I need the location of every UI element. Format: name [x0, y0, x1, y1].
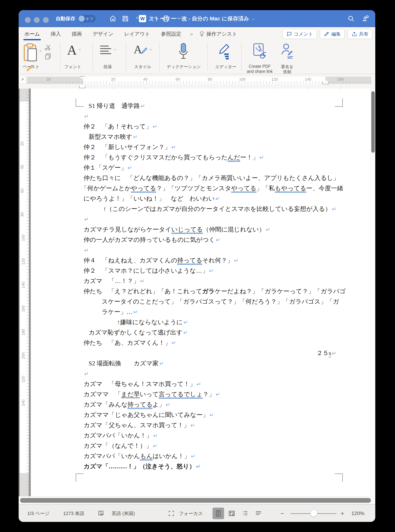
styles-chevron-icon[interactable]: ⌄ — [149, 47, 152, 51]
hanging-indent-marker[interactable] — [79, 84, 85, 88]
focus-mode-icon[interactable] — [168, 505, 175, 522]
document-text[interactable]: S1 帰り道 通学路↵↵仲２ 「あ！それって」↵新型スマホ映す↵仲２ 「新しいサ… — [31, 89, 371, 472]
doc-line: S2 場面転換 カズマ家↵ — [89, 358, 336, 368]
tab-assist[interactable]: 操作アシスト — [199, 31, 237, 38]
horizontal-ruler[interactable]: 2020406080100120140160 — [27, 77, 371, 84]
title-chevron-icon[interactable]: ⌄ — [252, 16, 255, 21]
paragraph-mark-icon: ↵ — [152, 124, 157, 130]
doc-line: 仲たち 「あ、カズマくん！」↵ — [83, 338, 336, 348]
paragraph-icon[interactable] — [99, 45, 112, 56]
vertical-ruler[interactable]: 20406080100120140160180200220240 — [20, 89, 29, 504]
doc-line: 仲の一人がカズマの持っているものに気がつく↵ — [83, 235, 336, 245]
zoom-percentage[interactable]: 120% — [351, 505, 364, 522]
doc-text-segment: カズマ「………！」（泣きそう、怒り） — [83, 463, 195, 470]
comments-button[interactable]: コメント — [282, 29, 317, 39]
outline-view-button[interactable] — [239, 508, 251, 519]
tab-4[interactable]: レイアウト — [124, 29, 150, 39]
minimize-window-button[interactable] — [34, 17, 40, 23]
tab-1[interactable]: 挿入 — [50, 29, 61, 39]
word-count[interactable]: 1273 単語 — [63, 505, 84, 522]
doc-line: にやろうよ！」「いいね！」 など わいわい↵ — [83, 193, 336, 204]
paragraph-mark-icon: ↵ — [171, 340, 176, 346]
vertical-scrollbar-thumb[interactable] — [371, 91, 375, 153]
dictation-icon[interactable] — [178, 43, 189, 60]
vruler-number: 100 — [21, 235, 26, 241]
hruler-number: 20 — [111, 77, 115, 82]
language-indicator[interactable]: 英語 (米国) — [112, 505, 135, 522]
home-icon[interactable] — [109, 15, 116, 22]
doc-text-segment: 新型スマホ映す — [89, 133, 132, 140]
editor-icon[interactable] — [219, 43, 231, 61]
page-indicator[interactable]: 1/3 ページ — [27, 505, 49, 522]
close-window-button[interactable] — [25, 17, 31, 23]
paste-label: ペースト — [23, 64, 39, 70]
undo-menu-chevron-icon[interactable]: ⌄ — [143, 17, 148, 24]
doc-text-segment: ↑嫌味にならないように — [117, 319, 183, 325]
tab-0[interactable]: ホーム — [24, 29, 40, 39]
undo-icon[interactable] — [135, 15, 143, 22]
hruler-number: 140 — [305, 77, 312, 82]
focus-mode-label[interactable]: フォーカス — [179, 505, 203, 522]
doc-line: 「何かゲームとかやってる？」「ツブツブとモンスタやってる」「私もやってるー、今度… — [81, 183, 336, 193]
tab-overflow-chevron-icon[interactable]: » — [190, 31, 193, 37]
copy-icon[interactable] — [44, 53, 52, 60]
horizontal-scrollbar[interactable] — [19, 496, 375, 504]
group-divider — [60, 42, 60, 71]
vruler-number: 60 — [20, 188, 25, 193]
paragraph-mark-icon: ↵ — [215, 237, 220, 243]
doc-text-segment: 仲２ 「新しいサイフォン？」 — [83, 144, 171, 150]
crop-mark-bottom-left — [76, 473, 83, 482]
paragraph-chevron-icon[interactable]: ⌄ — [113, 47, 116, 51]
tab-3[interactable]: デザイン — [92, 29, 114, 39]
presence-share-icon[interactable] — [362, 15, 369, 22]
draft-view-button[interactable] — [253, 508, 264, 519]
doc-line: 仲１「スゲー」↵ — [83, 162, 336, 173]
doc-line: カズマパパ「いかんもんはいかん！」↵ — [83, 451, 336, 461]
doc-text-segment: カズマ「（なんで！）」 — [83, 442, 152, 449]
toggle-knob — [78, 16, 85, 22]
zoom-in-button[interactable]: + — [340, 505, 344, 522]
styles-brush-icon — [140, 47, 148, 55]
doc-text-segment: 持ってる — [127, 401, 153, 409]
proofing-status-icon[interactable] — [98, 505, 104, 522]
redo-icon[interactable] — [150, 15, 157, 22]
request-signature-icon[interactable] — [280, 43, 293, 60]
tab-assist-label: 操作アシスト — [206, 31, 237, 38]
paragraph-mark-icon: ↵ — [132, 134, 137, 140]
print-icon[interactable] — [162, 15, 170, 22]
share-button[interactable]: 共有 — [347, 29, 372, 39]
paste-chevron-icon[interactable]: ⌄ — [39, 48, 42, 52]
ruler-ticks — [27, 81, 371, 83]
cut-icon[interactable] — [44, 44, 52, 51]
doc-text-segment: カズマ 「…！？」 — [83, 278, 139, 284]
doc-text-segment: 」「私 — [257, 185, 275, 192]
search-icon[interactable] — [347, 15, 355, 22]
paragraph-mark-icon: ↵ — [139, 278, 144, 284]
web-layout-view-button[interactable] — [226, 508, 237, 519]
doc-text-segment: 「何かゲームとか — [81, 185, 131, 192]
paragraph-mark-icon: ↵ — [215, 391, 220, 398]
document-page[interactable]: S1 帰り道 通学路↵↵仲２ 「あ！それって」↵新型スマホ映す↵仲２ 「新しいサ… — [31, 89, 371, 504]
zoom-slider-knob[interactable] — [310, 510, 318, 517]
tab-2[interactable]: 描画 — [71, 29, 82, 39]
autosave-toggle[interactable]: オフ — [78, 15, 96, 22]
font-icon[interactable]: A — [67, 43, 77, 57]
more-toolbar-icon[interactable]: ⋯ — [176, 15, 183, 22]
doc-line: ↑（このシーンではカズマが自分のケータイとスマホを比較している妄想が入る）↵ — [103, 204, 336, 214]
doc-line: カズマ「みんな持ってるよ」↵ — [83, 399, 336, 410]
save-icon[interactable] — [122, 15, 129, 22]
zoom-window-button[interactable] — [43, 17, 49, 23]
tab-selector[interactable]: ↱ — [19, 76, 26, 83]
doc-text-segment: ラケー」… — [102, 308, 133, 315]
create-pdf-icon[interactable] — [253, 43, 266, 60]
print-layout-view-button[interactable] — [213, 508, 224, 519]
tab-5[interactable]: 参照設定 — [161, 29, 181, 39]
doc-line: ↵ — [83, 368, 336, 379]
vertical-scrollbar[interactable] — [371, 89, 375, 504]
edit-mode-button[interactable]: 編集 — [320, 29, 345, 39]
zoom-out-button[interactable]: − — [280, 505, 284, 522]
font-chevron-icon[interactable]: ⌄ — [78, 47, 81, 51]
paste-button[interactable] — [23, 43, 39, 63]
horizontal-scrollbar-thumb[interactable] — [20, 498, 371, 503]
doc-line: 仲たち口々に 「どんな機能あるの？」「カメラ画質いいよー、アプリもたくさん入るし… — [83, 173, 336, 183]
